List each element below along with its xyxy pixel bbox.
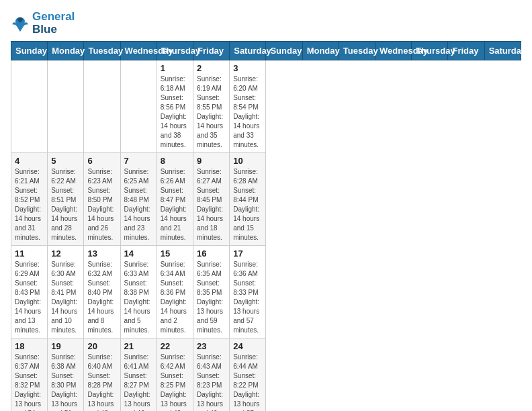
calendar-cell: 19Sunrise: 6:38 AM Sunset: 8:30 PM Dayli…	[48, 338, 84, 411]
calendar-cell: 5Sunrise: 6:22 AM Sunset: 8:51 PM Daylig…	[48, 153, 84, 246]
calendar-cell	[84, 60, 120, 153]
calendar-cell: 8Sunrise: 6:26 AM Sunset: 8:47 PM Daylig…	[157, 153, 193, 246]
day-number: 6	[87, 156, 116, 166]
day-number: 24	[233, 341, 262, 351]
day-header-monday: Monday	[302, 42, 339, 60]
day-number: 16	[197, 248, 226, 259]
day-number: 1	[161, 63, 189, 73]
day-number: 17	[233, 248, 262, 259]
day-info: Sunrise: 6:34 AM Sunset: 8:36 PM Dayligh…	[161, 260, 189, 335]
day-header-sunday: Sunday	[11, 42, 48, 60]
day-number: 2	[197, 63, 226, 73]
day-info: Sunrise: 6:27 AM Sunset: 8:45 PM Dayligh…	[197, 167, 226, 242]
day-number: 15	[161, 248, 189, 259]
day-info: Sunrise: 6:37 AM Sunset: 8:32 PM Dayligh…	[15, 353, 44, 411]
calendar-cell: 22Sunrise: 6:42 AM Sunset: 8:25 PM Dayli…	[157, 338, 193, 411]
day-header-tuesday: Tuesday	[339, 42, 375, 60]
calendar-cell: 20Sunrise: 6:40 AM Sunset: 8:28 PM Dayli…	[84, 338, 120, 411]
logo: General Blue	[11, 11, 75, 36]
day-info: Sunrise: 6:28 AM Sunset: 8:44 PM Dayligh…	[233, 167, 262, 242]
calendar-cell: 3Sunrise: 6:20 AM Sunset: 8:54 PM Daylig…	[230, 60, 266, 153]
day-number: 7	[124, 156, 153, 166]
calendar-cell: 21Sunrise: 6:41 AM Sunset: 8:27 PM Dayli…	[120, 338, 157, 411]
calendar-cell	[11, 60, 48, 153]
calendar-cell: 7Sunrise: 6:25 AM Sunset: 8:48 PM Daylig…	[120, 153, 157, 246]
day-info: Sunrise: 6:18 AM Sunset: 8:56 PM Dayligh…	[161, 75, 189, 150]
day-header-thursday: Thursday	[412, 42, 448, 60]
day-info: Sunrise: 6:21 AM Sunset: 8:52 PM Dayligh…	[15, 167, 44, 242]
day-header-tuesday: Tuesday	[84, 42, 120, 60]
calendar-table: SundayMondayTuesdayWednesdayThursdayFrid…	[11, 41, 521, 411]
day-info: Sunrise: 6:38 AM Sunset: 8:30 PM Dayligh…	[51, 353, 80, 411]
logo-icon	[11, 14, 30, 33]
calendar-cell: 13Sunrise: 6:32 AM Sunset: 8:40 PM Dayli…	[84, 246, 120, 338]
calendar-week-row: 4Sunrise: 6:21 AM Sunset: 8:52 PM Daylig…	[11, 153, 521, 246]
day-info: Sunrise: 6:32 AM Sunset: 8:40 PM Dayligh…	[87, 260, 116, 335]
day-number: 5	[51, 156, 80, 166]
day-header-saturday: Saturday	[230, 42, 266, 60]
calendar-cell	[48, 60, 84, 153]
day-header-monday: Monday	[48, 42, 84, 60]
day-info: Sunrise: 6:26 AM Sunset: 8:47 PM Dayligh…	[161, 167, 189, 242]
day-info: Sunrise: 6:41 AM Sunset: 8:27 PM Dayligh…	[124, 353, 153, 411]
logo-text: General Blue	[32, 11, 75, 36]
header: General Blue	[11, 11, 521, 36]
day-number: 21	[124, 341, 153, 351]
calendar-cell: 2Sunrise: 6:19 AM Sunset: 8:55 PM Daylig…	[193, 60, 230, 153]
calendar-cell: 9Sunrise: 6:27 AM Sunset: 8:45 PM Daylig…	[193, 153, 230, 246]
calendar-cell: 11Sunrise: 6:29 AM Sunset: 8:43 PM Dayli…	[11, 246, 48, 338]
day-header-friday: Friday	[193, 42, 230, 60]
day-number: 11	[15, 248, 44, 259]
day-number: 12	[51, 248, 80, 259]
day-info: Sunrise: 6:40 AM Sunset: 8:28 PM Dayligh…	[87, 353, 116, 411]
day-number: 14	[124, 248, 153, 259]
day-number: 22	[161, 341, 189, 351]
calendar-week-row: 11Sunrise: 6:29 AM Sunset: 8:43 PM Dayli…	[11, 246, 521, 338]
calendar-cell: 15Sunrise: 6:34 AM Sunset: 8:36 PM Dayli…	[157, 246, 193, 338]
day-info: Sunrise: 6:20 AM Sunset: 8:54 PM Dayligh…	[233, 75, 262, 150]
day-info: Sunrise: 6:33 AM Sunset: 8:38 PM Dayligh…	[124, 260, 153, 335]
calendar-week-row: 18Sunrise: 6:37 AM Sunset: 8:32 PM Dayli…	[11, 338, 521, 411]
calendar-cell: 18Sunrise: 6:37 AM Sunset: 8:32 PM Dayli…	[11, 338, 48, 411]
day-number: 3	[233, 63, 262, 73]
day-number: 19	[51, 341, 80, 351]
day-header-saturday: Saturday	[484, 42, 521, 60]
calendar-cell: 17Sunrise: 6:36 AM Sunset: 8:33 PM Dayli…	[230, 246, 266, 338]
day-info: Sunrise: 6:29 AM Sunset: 8:43 PM Dayligh…	[15, 260, 44, 335]
day-info: Sunrise: 6:23 AM Sunset: 8:50 PM Dayligh…	[87, 167, 116, 242]
day-info: Sunrise: 6:25 AM Sunset: 8:48 PM Dayligh…	[124, 167, 153, 242]
calendar-cell: 23Sunrise: 6:43 AM Sunset: 8:23 PM Dayli…	[193, 338, 230, 411]
calendar-cell: 6Sunrise: 6:23 AM Sunset: 8:50 PM Daylig…	[84, 153, 120, 246]
day-number: 20	[87, 341, 116, 351]
day-info: Sunrise: 6:19 AM Sunset: 8:55 PM Dayligh…	[197, 75, 226, 150]
day-info: Sunrise: 6:43 AM Sunset: 8:23 PM Dayligh…	[197, 353, 226, 411]
day-number: 9	[197, 156, 226, 166]
calendar-cell: 4Sunrise: 6:21 AM Sunset: 8:52 PM Daylig…	[11, 153, 48, 246]
calendar-cell: 1Sunrise: 6:18 AM Sunset: 8:56 PM Daylig…	[157, 60, 193, 153]
day-header-wednesday: Wednesday	[375, 42, 412, 60]
day-info: Sunrise: 6:22 AM Sunset: 8:51 PM Dayligh…	[51, 167, 80, 242]
day-info: Sunrise: 6:44 AM Sunset: 8:22 PM Dayligh…	[233, 353, 262, 411]
calendar-header-row: SundayMondayTuesdayWednesdayThursdayFrid…	[11, 42, 521, 60]
calendar-cell: 16Sunrise: 6:35 AM Sunset: 8:35 PM Dayli…	[193, 246, 230, 338]
day-number: 23	[197, 341, 226, 351]
day-header-thursday: Thursday	[157, 42, 193, 60]
day-number: 8	[161, 156, 189, 166]
day-header-wednesday: Wednesday	[120, 42, 157, 60]
calendar-cell	[120, 60, 157, 153]
calendar-cell: 24Sunrise: 6:44 AM Sunset: 8:22 PM Dayli…	[230, 338, 266, 411]
calendar-cell: 12Sunrise: 6:30 AM Sunset: 8:41 PM Dayli…	[48, 246, 84, 338]
day-number: 18	[15, 341, 44, 351]
day-info: Sunrise: 6:30 AM Sunset: 8:41 PM Dayligh…	[51, 260, 80, 335]
day-header-sunday: Sunday	[266, 42, 302, 60]
day-info: Sunrise: 6:36 AM Sunset: 8:33 PM Dayligh…	[233, 260, 262, 335]
day-number: 10	[233, 156, 262, 166]
day-number: 4	[15, 156, 44, 166]
calendar-cell: 14Sunrise: 6:33 AM Sunset: 8:38 PM Dayli…	[120, 246, 157, 338]
day-header-friday: Friday	[448, 42, 484, 60]
day-info: Sunrise: 6:42 AM Sunset: 8:25 PM Dayligh…	[161, 353, 189, 411]
calendar-cell: 10Sunrise: 6:28 AM Sunset: 8:44 PM Dayli…	[230, 153, 266, 246]
day-info: Sunrise: 6:35 AM Sunset: 8:35 PM Dayligh…	[197, 260, 226, 335]
calendar-week-row: 1Sunrise: 6:18 AM Sunset: 8:56 PM Daylig…	[11, 60, 521, 153]
day-number: 13	[87, 248, 116, 259]
